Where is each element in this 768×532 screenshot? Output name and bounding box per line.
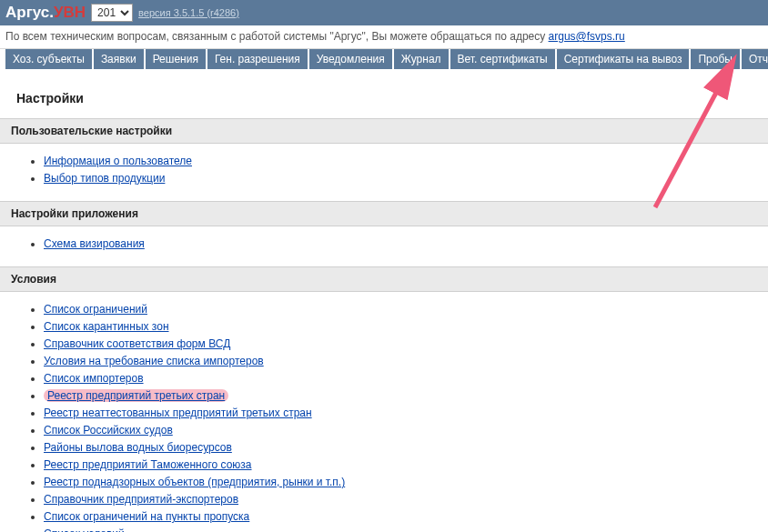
list-item: Схема визирования [44,237,768,250]
list-item: Список импортеров [44,372,768,385]
list-item: Информация о пользователе [44,155,768,167]
link[interactable]: Информация о пользователе [44,155,192,167]
nav-item-4[interactable]: Уведомления [309,49,392,69]
main-nav: Хоз. субъектыЗаявкиРешенияГен. разрешени… [0,49,768,75]
link[interactable]: Список ограничений [44,303,147,316]
page-title: Настройки [0,75,768,118]
list-item: Выбор типов продукции [44,172,768,185]
list-item: Реестр неаттестованных предприятий треть… [44,407,768,419]
list-item: Список Российских судов [44,424,768,437]
nav-item-0[interactable]: Хоз. субъекты [5,49,92,69]
section-user-settings: Пользовательские настройки [0,118,768,144]
list-item: Реестр поднадзорных объектов (предприяти… [44,476,768,488]
list-item: Реестр предприятий третьих стран [44,389,768,402]
link[interactable]: Список карантинных зон [44,320,169,333]
link[interactable]: Справочник предприятий-экспортеров [44,493,238,506]
app-settings-list: Схема визирования [44,237,768,250]
link[interactable]: Список ограничений на пункты пропуска [44,510,249,523]
nav-item-1[interactable]: Заявки [94,49,144,69]
link[interactable]: Схема визирования [44,237,145,250]
user-settings-list: Информация о пользователеВыбор типов про… [44,155,768,185]
link[interactable]: Реестр предприятий третьих стран [44,389,228,402]
list-item: Список ограничений [44,303,768,316]
link[interactable]: Условия на требование списка импортеров [44,355,264,367]
link[interactable]: Список условий [44,527,125,532]
link[interactable]: Справочник соответствия форм ВСД [44,337,230,350]
nav-item-3[interactable]: Ген. разрешения [207,49,308,69]
list-item: Справочник предприятий-экспортеров [44,493,768,506]
list-item: Список карантинных зон [44,320,768,333]
list-item: Реестр предприятий Таможенного союза [44,458,768,471]
section-app-settings: Настройки приложения [0,201,768,226]
list-item: Районы вылова водных биоресурсов [44,441,768,454]
support-text: По всем техническим вопросам, связанным … [5,30,549,43]
nav-item-5[interactable]: Журнал [394,49,449,69]
list-item: Список ограничений на пункты пропуска [44,510,768,523]
link[interactable]: Список импортеров [44,372,144,385]
version-link[interactable]: версия 3.5.1.5 (r4286) [138,7,239,18]
conditions-list: Список ограниченийСписок карантинных зон… [44,303,768,532]
support-notice: По всем техническим вопросам, связанным … [0,25,768,49]
list-item: Список условий [44,527,768,532]
nav-item-8[interactable]: Пробы [691,49,739,69]
brand-argus: Аргус [5,4,49,21]
link[interactable]: Реестр неаттестованных предприятий треть… [44,407,312,419]
list-item: Справочник соответствия форм ВСД [44,337,768,350]
nav-item-2[interactable]: Решения [146,49,206,69]
section-conditions: Условия [0,266,768,292]
link[interactable]: Реестр поднадзорных объектов (предприяти… [44,476,345,488]
app-header: Аргус.УВН 201 версия 3.5.1.5 (r4286) [0,0,768,25]
link[interactable]: Выбор типов продукции [44,172,165,185]
brand-uvn: УВН [54,4,86,21]
support-email[interactable]: argus@fsvps.ru [549,30,625,43]
nav-item-9[interactable]: Отчеты [742,49,768,69]
link[interactable]: Реестр предприятий Таможенного союза [44,458,252,471]
year-select[interactable]: 201 [91,4,133,22]
list-item: Условия на требование списка импортеров [44,355,768,367]
nav-item-7[interactable]: Сертификаты на вывоз [557,49,690,69]
nav-item-6[interactable]: Вет. сертификаты [450,49,555,69]
link[interactable]: Список Российских судов [44,424,173,437]
brand: Аргус.УВН [5,4,86,22]
link[interactable]: Районы вылова водных биоресурсов [44,441,232,454]
